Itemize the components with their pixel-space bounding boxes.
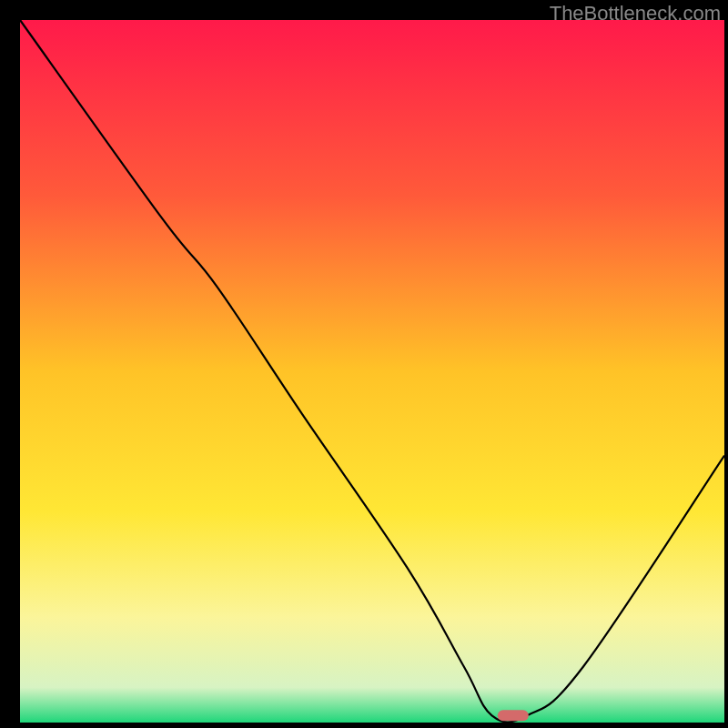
bottleneck-chart — [0, 0, 728, 728]
optimal-marker — [498, 710, 529, 721]
watermark-text: TheBottleneck.com — [550, 2, 721, 25]
chart-container: { "watermark": "TheBottleneck.com", "cha… — [0, 0, 728, 728]
